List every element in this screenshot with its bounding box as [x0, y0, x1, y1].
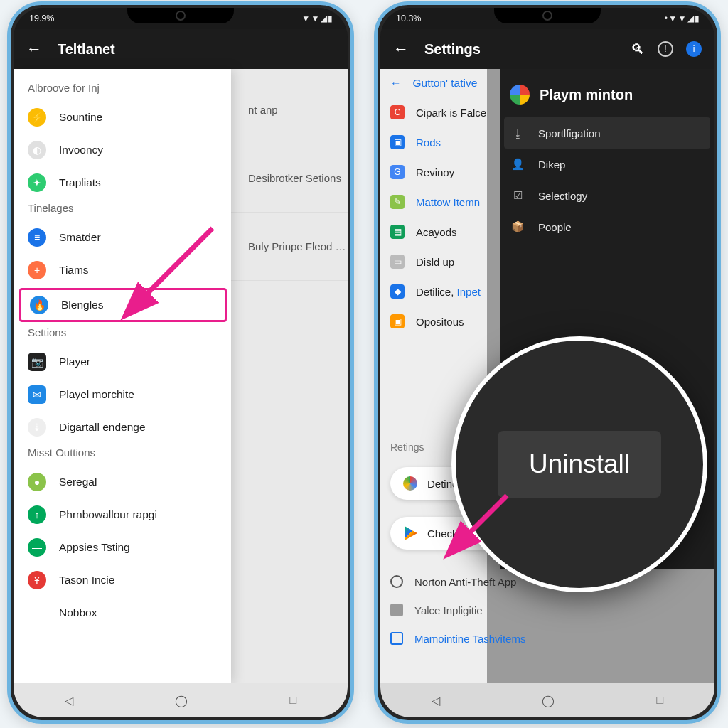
app-icon: ⚡ — [28, 108, 46, 127]
drawer-item-label: Tiams — [59, 264, 89, 277]
drawer-item[interactable]: ✉Playel morchite — [14, 378, 231, 411]
drawer-item-label: Appsies Tsting — [59, 541, 130, 554]
warning-icon[interactable]: ! — [658, 41, 673, 57]
app-bar: ← Settings 🔍︎ ! i — [380, 29, 714, 69]
app-row-label: Mattow Itemn — [416, 196, 480, 208]
drawer-item-label: Tason Incie — [59, 574, 114, 587]
app-row-label: Disld up — [416, 256, 454, 268]
back-icon[interactable]: ← — [393, 40, 409, 58]
app-icon: ▣ — [390, 135, 405, 149]
drawer-item[interactable]: ⇣Digartall endenge — [14, 411, 231, 444]
panel-item-label: Dikep — [538, 159, 565, 171]
panel-item[interactable]: 👤Dikep — [500, 149, 714, 180]
app-row-label: Rods — [416, 136, 441, 149]
list-item[interactable]: Mamointine Tashvitems — [390, 632, 525, 645]
drawer-item-label: Nobbox — [59, 606, 97, 619]
app-icon: ● — [28, 473, 46, 491]
drawer-item[interactable]: +Tiams — [14, 254, 231, 287]
nav-bar: ◁ ◯ □ — [14, 683, 348, 717]
nav-back-icon[interactable]: ◁ — [65, 694, 73, 707]
info-icon[interactable]: i — [686, 41, 702, 57]
drawer-item-label: Seregal — [59, 476, 97, 488]
app-icon: C — [390, 105, 405, 119]
app-row-label: Acayods — [416, 226, 457, 238]
search-icon[interactable]: 🔍︎ — [631, 41, 645, 58]
app-icon: ◐ — [28, 141, 46, 159]
nav-back-icon[interactable]: ◁ — [432, 694, 440, 707]
back-icon[interactable]: ← — [26, 40, 42, 58]
app-icon: 📷 — [28, 353, 46, 371]
app-icon: ⇣ — [28, 418, 46, 437]
list-item[interactable]: Norton Anti-Theft App — [390, 575, 516, 588]
app-title: Teltlanet — [58, 41, 115, 58]
play-icon — [403, 526, 417, 540]
panel-item[interactable]: ☑Selectlogy — [500, 180, 714, 211]
status-time: 10.3% — [396, 14, 421, 23]
drawer-section-head: Settions — [14, 323, 231, 346]
app-logo-icon — [510, 85, 530, 105]
app-icon: — — [28, 538, 46, 557]
drawer-section-head: Tinelages — [14, 199, 231, 221]
drawer-item-label: Sountine — [59, 111, 102, 124]
nav-recent-icon[interactable]: □ — [657, 694, 664, 707]
drawer-item[interactable]: ●Seregal — [14, 466, 231, 498]
app-icon: 🔥 — [30, 296, 48, 314]
list-item[interactable]: Yalce Inpligitie — [390, 604, 483, 616]
drawer-item-label: Smatder — [59, 231, 101, 244]
drawer-item-label: Digartall endenge — [59, 421, 146, 434]
drawer-item-label: Blengles — [61, 299, 103, 311]
app-icon: ↑ — [28, 505, 46, 524]
app-icon: ▤ — [390, 225, 405, 239]
drawer-item-label: Invooncy — [59, 144, 103, 156]
nav-drawer[interactable]: Albroove for Inj⚡Sountine◐Invooncy✦Trapl… — [14, 69, 231, 683]
panel-item[interactable]: ⭳Sportlfigation — [504, 117, 710, 149]
clock-icon — [390, 575, 403, 588]
status-icons: ▼ ▼ ◢ ▮ — [301, 14, 332, 23]
panel-title: Playm minton — [540, 87, 633, 103]
app-icon: ▣ — [390, 314, 405, 328]
section-head: Retings — [390, 441, 424, 453]
app-bar: ← Teltlanet — [14, 29, 348, 69]
drawer-item-label: Trapliats — [59, 176, 101, 189]
app-title: Settings — [424, 41, 481, 58]
panel-item-icon: ☑ — [510, 188, 525, 203]
panel-item-label: Sportlfigation — [538, 127, 601, 139]
notch — [494, 8, 601, 23]
uninstall-button[interactable]: Uninstall — [498, 431, 661, 498]
drawer-item[interactable]: ○Nobbox — [14, 596, 231, 629]
drawer-item[interactable]: 🔥Blengles — [19, 288, 227, 322]
drawer-section-head: Misst Outtions — [14, 444, 231, 466]
drawer-item[interactable]: 📷Player — [14, 346, 231, 378]
app-icon — [390, 604, 403, 616]
panel-item-label: Poople — [538, 221, 572, 233]
drawer-item-label: Playel morchite — [59, 388, 134, 401]
app-row-label: Revinoy — [416, 166, 454, 178]
panel-item[interactable]: 📦Poople — [500, 211, 714, 242]
drawer-item-label: Player — [59, 355, 90, 368]
drawer-item[interactable]: ≡Smatder — [14, 221, 231, 254]
panel-item-icon: 👤 — [510, 156, 525, 172]
app-icon: + — [28, 261, 46, 279]
nav-home-icon[interactable]: ◯ — [175, 694, 188, 707]
drawer-item[interactable]: —Appsies Tsting — [14, 531, 231, 564]
phone-left: 19.9% ▼ ▼ ◢ ▮ ← Teltlanet nt anp Desibro… — [7, 1, 354, 724]
status-time: 19.9% — [29, 14, 54, 23]
nav-recent-icon[interactable]: □ — [290, 694, 297, 707]
back-icon[interactable]: ← — [390, 77, 402, 90]
drawer-item[interactable]: ¥Tason Incie — [14, 564, 231, 596]
app-icon: ✎ — [390, 195, 405, 209]
app-icon: ✉ — [28, 385, 46, 404]
doc-icon — [390, 632, 403, 645]
panel-item-label: Selectlogy — [538, 190, 587, 202]
drawer-item[interactable]: ⚡Sountine — [14, 101, 231, 134]
nav-home-icon[interactable]: ◯ — [542, 694, 555, 707]
drawer-item[interactable]: ◐Invooncy — [14, 134, 231, 166]
drawer-item-label: Phrnbowallour rapgi — [59, 508, 157, 521]
app-icon: ○ — [28, 604, 46, 622]
drawer-item[interactable]: ↑Phrnbowallour rapgi — [14, 498, 231, 531]
zoom-callout: Uninstall — [451, 336, 707, 592]
drawer-item[interactable]: ✦Trapliats — [14, 166, 231, 199]
panel-item-icon: ⭳ — [510, 125, 525, 141]
drawer-section-head: Albroove for Inj — [14, 79, 231, 101]
app-icon: ≡ — [28, 228, 46, 247]
